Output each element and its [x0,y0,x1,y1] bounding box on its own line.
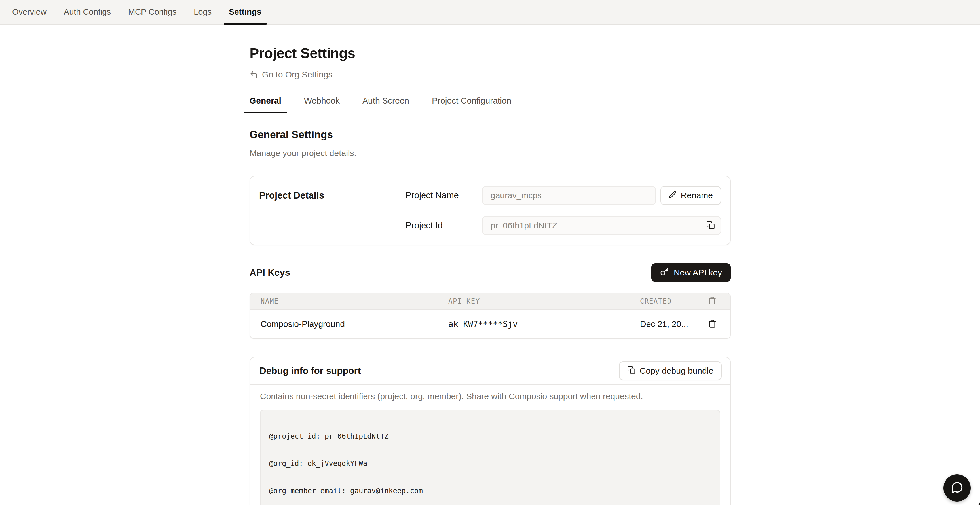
trash-icon [708,319,717,329]
debug-description: Contains non-secret identifiers (project… [260,392,720,401]
copy-icon [706,221,715,230]
nav-tab-settings[interactable]: Settings [224,0,266,24]
subtab-project-configuration[interactable]: Project Configuration [426,96,517,113]
subtab-webhook[interactable]: Webhook [298,96,345,113]
active-subtab-indicator [244,112,287,113]
edge-widget-sliver [977,497,980,505]
nav-tab-auth-configs[interactable]: Auth Configs [59,0,116,24]
copy-debug-bundle-button[interactable]: Copy debug bundle [619,362,722,380]
api-keys-table: NAME API KEY CREATED Composio-Playground… [250,293,731,339]
subtab-label: General [250,96,281,105]
project-id-row: Project Id [406,216,721,235]
column-header-delete [708,296,722,306]
nav-tab-label: Overview [12,7,46,17]
api-keys-table-header: NAME API KEY CREATED [250,293,730,310]
general-settings-heading: General Settings [250,129,745,141]
project-details-card: Project Details Project Name Rename Proj… [250,176,731,245]
project-id-label: Project Id [406,220,477,231]
project-details-heading: Project Details [259,186,406,235]
key-icon [660,267,669,278]
debug-info-card: Debug info for support Copy debug bundle… [250,357,731,505]
chat-bubble-icon [950,481,964,495]
column-header-api-key: API KEY [448,297,640,305]
nav-tab-mcp-configs[interactable]: MCP Configs [123,0,181,24]
api-key-created-cell: Dec 21, 20... [640,319,708,329]
corner-up-left-icon [250,70,258,79]
project-id-input-wrap [482,216,721,235]
subtab-auth-screen[interactable]: Auth Screen [357,96,415,113]
code-line: @project_id: pr_06th1pLdNtTZ [269,432,711,441]
subtab-label: Project Configuration [432,96,511,105]
trash-icon [708,298,716,306]
api-keys-header: API Keys New API key [250,263,731,282]
project-settings-page: Overview Auth Configs MCP Configs Logs S… [0,0,980,505]
project-details-form: Project Name Rename Project Id [406,186,721,235]
settings-subtabs: General Webhook Auth Screen Project Conf… [244,96,745,113]
chat-support-button[interactable] [943,474,970,502]
debug-card-body: Contains non-secret identifiers (project… [250,385,730,505]
copy-project-id-button[interactable] [706,221,715,230]
rename-button-label: Rename [681,191,713,200]
debug-identifiers-code-block: @project_id: pr_06th1pLdNtTZ @org_id: ok… [260,410,720,505]
project-id-input[interactable] [482,216,721,235]
delete-api-key-button[interactable] [708,319,722,329]
go-to-org-settings-link[interactable]: Go to Org Settings [250,70,332,80]
rename-button[interactable]: Rename [660,186,721,205]
nav-tab-label: MCP Configs [128,7,177,17]
api-key-value-cell: ak_KW7*****Sjv [448,319,640,329]
top-navigation: Overview Auth Configs MCP Configs Logs S… [0,0,980,25]
api-key-name-cell: Composio-Playground [261,319,448,329]
subtab-label: Webhook [304,96,340,105]
subtab-general[interactable]: General [244,96,287,113]
project-name-row: Project Name Rename [406,186,721,205]
subtab-label: Auth Screen [363,96,409,105]
api-key-table-row: Composio-Playground ak_KW7*****Sjv Dec 2… [250,310,730,338]
debug-card-header: Debug info for support Copy debug bundle [250,357,730,385]
debug-card-heading: Debug info for support [259,365,361,376]
nav-tab-logs[interactable]: Logs [189,0,216,24]
new-api-key-button[interactable]: New API key [651,263,731,282]
nav-tab-overview[interactable]: Overview [7,0,52,24]
code-line: @org_member_email: gaurav@inkeep.com [269,486,711,495]
settings-content: Project Settings Go to Org Settings Gene… [250,25,745,505]
copy-icon [627,366,635,376]
project-name-label: Project Name [406,190,477,201]
copy-debug-bundle-label: Copy debug bundle [640,366,713,376]
api-keys-heading: API Keys [250,267,290,278]
nav-tab-label: Settings [229,7,261,17]
column-header-created: CREATED [640,297,708,305]
nav-tab-label: Auth Configs [64,7,111,17]
pencil-icon [669,191,676,201]
new-api-key-label: New API key [674,268,722,277]
org-link-label: Go to Org Settings [262,70,332,80]
column-header-name: NAME [261,297,448,305]
active-tab-indicator [224,23,266,25]
code-line: @org_id: ok_jVveqqkYFWa- [269,459,711,468]
nav-tab-label: Logs [194,7,212,17]
project-name-input[interactable] [482,186,656,205]
general-settings-subheading: Manage your project details. [250,148,745,158]
page-title: Project Settings [250,45,745,61]
